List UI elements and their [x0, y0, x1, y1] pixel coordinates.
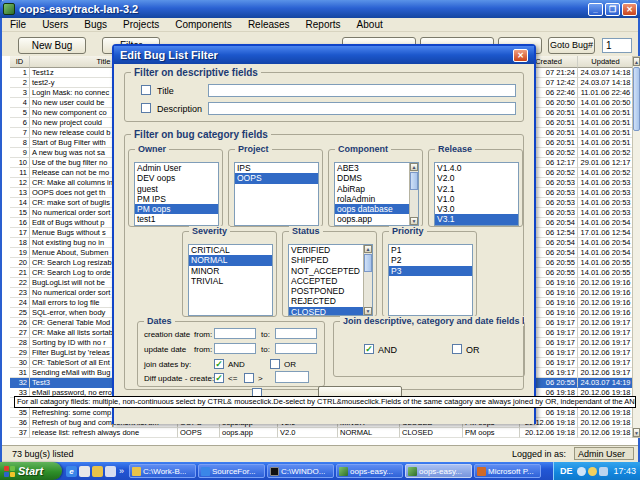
scroll-down-icon[interactable]: ▼ — [364, 307, 372, 315]
list-item[interactable]: P2 — [389, 255, 472, 265]
update-to-input[interactable] — [275, 343, 317, 354]
list-item[interactable]: NOT_ACCEPTED — [289, 266, 363, 276]
list-item[interactable]: test1 — [135, 214, 218, 224]
list-item[interactable]: PM IPS — [135, 194, 218, 204]
list-item[interactable]: V3.0 — [435, 204, 518, 214]
scroll-down-icon[interactable]: ▼ — [633, 428, 640, 437]
priority-list[interactable]: P1P2P3 — [388, 244, 473, 316]
goto-bug-input[interactable]: 1 — [602, 38, 632, 53]
scroll-down-icon[interactable]: ▼ — [410, 217, 418, 225]
list-item[interactable]: TRIVIAL — [189, 276, 272, 286]
join-dates-and-checkbox[interactable]: ✓ — [214, 359, 224, 369]
tray-icon-2[interactable] — [588, 467, 597, 476]
list-item[interactable]: ACCEPTED — [289, 276, 363, 286]
scrollbar-thumb[interactable] — [633, 67, 640, 131]
list-item[interactable]: CRITICAL — [189, 245, 272, 255]
list-item[interactable]: P3 — [389, 266, 472, 276]
list-item[interactable]: DEV oops — [135, 173, 218, 183]
list-item[interactable]: SHIPPED — [289, 255, 363, 265]
browser-icon[interactable]: e — [66, 466, 77, 477]
scrollbar-thumb[interactable] — [410, 172, 418, 190]
title-checkbox[interactable] — [141, 85, 151, 95]
tray-icon-3[interactable] — [599, 467, 608, 476]
list-item[interactable]: V1.4.0 — [435, 163, 518, 173]
list-item[interactable]: P1 — [389, 245, 472, 255]
tray-icon-1[interactable] — [577, 467, 586, 476]
new-bug-button[interactable]: New Bug — [18, 37, 86, 54]
severity-list[interactable]: CRITICALNORMALMINORTRIVIAL — [188, 244, 273, 316]
list-item[interactable]: CLOSED — [289, 307, 363, 316]
scroll-up-icon[interactable]: ▲ — [410, 163, 418, 171]
list-item[interactable]: MINOR — [189, 266, 272, 276]
language-indicator[interactable]: DE — [560, 466, 573, 476]
dialog-close-icon[interactable]: ✕ — [513, 49, 528, 62]
diff-le-checkbox[interactable]: ✓ — [214, 373, 224, 383]
scrollbar-thumb[interactable] — [364, 254, 372, 272]
list-item[interactable]: AbiRap — [335, 184, 409, 194]
project-list[interactable]: IPSOOPS — [234, 162, 319, 226]
menu-item-bugs[interactable]: Bugs — [76, 19, 115, 30]
column-header-id[interactable]: ID — [10, 56, 30, 68]
task-button[interactable]: Microsoft P... — [474, 464, 541, 478]
menu-item-releases[interactable]: Releases — [240, 19, 298, 30]
list-item[interactable]: NORMAL — [189, 255, 272, 265]
creation-to-input[interactable] — [275, 328, 317, 339]
task-button[interactable]: oops-easy... — [336, 464, 403, 478]
table-row[interactable]: 37release list: refresh always doneOOPSo… — [10, 428, 634, 438]
task-button[interactable]: C:\WINDO... — [267, 464, 334, 478]
list-item[interactable]: REJECTED — [289, 296, 363, 306]
menu-item-projects[interactable]: Projects — [115, 19, 167, 30]
list-item[interactable]: oops.app — [335, 214, 409, 224]
release-list[interactable]: V1.4.0V2.0V2.1V1.0V3.0V3.1 — [434, 162, 519, 226]
list-item[interactable]: IPS — [235, 163, 318, 173]
list-item[interactable]: VERIFIED — [289, 245, 363, 255]
join-fields-or-checkbox[interactable] — [452, 344, 462, 354]
list-item[interactable]: oops database — [335, 204, 409, 214]
list-item[interactable]: V1.0 — [435, 194, 518, 204]
owner-list[interactable]: Admin UserDEV oopsguestPM IPSPM oopstest… — [134, 162, 219, 226]
minimize-button[interactable]: _ — [588, 3, 603, 16]
list-item[interactable]: V2.0 — [435, 173, 518, 183]
task-button[interactable]: SourceFor... — [198, 464, 265, 478]
list-scrollbar[interactable]: ▲▼ — [363, 245, 372, 315]
maximize-button[interactable]: ❐ — [605, 3, 620, 16]
component-list[interactable]: ABE3DDMSAbiRaprolaAdminoops databaseoops… — [334, 162, 419, 226]
description-filter-input[interactable] — [208, 102, 516, 115]
description-checkbox[interactable] — [141, 103, 151, 113]
media-icon[interactable] — [105, 466, 116, 477]
menu-item-reports[interactable]: Reports — [298, 19, 349, 30]
update-from-input[interactable] — [214, 343, 256, 354]
creation-from-input[interactable] — [214, 328, 256, 339]
menu-item-about[interactable]: About — [349, 19, 391, 30]
quick-launch-overflow-icon[interactable]: » — [119, 466, 124, 476]
list-item[interactable]: ABE3 — [335, 163, 409, 173]
list-item[interactable]: Admin User — [135, 163, 218, 173]
menu-item-file[interactable]: File — [2, 19, 34, 30]
column-header-updated[interactable]: Updated — [578, 56, 634, 68]
join-dates-or-checkbox[interactable] — [270, 359, 280, 369]
status-list[interactable]: VERIFIEDSHIPPEDNOT_ACCEPTEDACCEPTEDPOSTP… — [288, 244, 373, 316]
menu-item-components[interactable]: Components — [167, 19, 240, 30]
list-item[interactable]: OOPS — [235, 173, 318, 183]
list-item[interactable]: V3.1 — [435, 214, 518, 224]
join-fields-and-checkbox[interactable]: ✓ — [364, 344, 374, 354]
title-filter-input[interactable] — [208, 84, 516, 97]
mail-icon[interactable] — [79, 466, 90, 477]
table-scrollbar[interactable]: ▲ ▼ — [632, 56, 640, 438]
diff-value-input[interactable] — [275, 371, 309, 383]
folder-icon[interactable] — [92, 466, 103, 477]
diff-gt-checkbox[interactable] — [244, 373, 254, 383]
task-button[interactable]: C:\Work-B... — [129, 464, 196, 478]
scroll-up-icon[interactable]: ▲ — [364, 245, 372, 253]
list-item[interactable]: V2.1 — [435, 184, 518, 194]
close-button[interactable]: ✕ — [622, 3, 637, 16]
list-item[interactable]: rolaAdmin — [335, 194, 409, 204]
list-item[interactable]: DDMS — [335, 173, 409, 183]
list-item[interactable]: PM oops — [135, 204, 218, 214]
scroll-up-icon[interactable]: ▲ — [633, 57, 640, 66]
menu-item-users[interactable]: Users — [34, 19, 76, 30]
list-item[interactable]: POSTPONED — [289, 286, 363, 296]
task-button[interactable]: oops-easy... — [405, 464, 472, 478]
goto-bug-button[interactable]: Goto Bug# — [548, 37, 595, 54]
list-scrollbar[interactable]: ▲▼ — [409, 163, 418, 225]
